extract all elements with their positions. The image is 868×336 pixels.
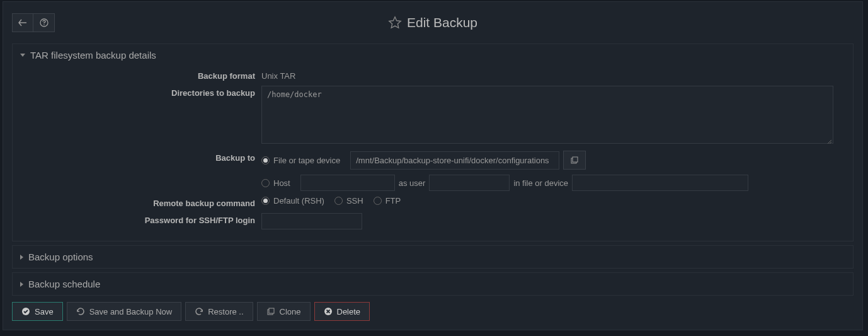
arrow-left-icon xyxy=(18,19,27,26)
file-device-input[interactable] xyxy=(350,151,559,170)
svg-point-1 xyxy=(43,25,45,26)
radio-ssh[interactable] xyxy=(334,197,343,205)
chevron-right-icon xyxy=(20,255,23,260)
restore-button[interactable]: Restore .. xyxy=(185,302,253,321)
clone-button[interactable]: Clone xyxy=(257,302,311,321)
backup-format-label: Backup format xyxy=(19,69,261,81)
radio-ftp[interactable] xyxy=(374,197,382,205)
save-button[interactable]: Save xyxy=(12,302,63,321)
save-backup-label: Save and Backup Now xyxy=(89,307,173,316)
svg-rect-6 xyxy=(269,308,274,313)
host-input[interactable] xyxy=(300,175,395,191)
panel-options-title: Backup options xyxy=(28,252,93,262)
radio-host[interactable] xyxy=(261,179,270,187)
save-backup-now-button[interactable]: Save and Backup Now xyxy=(67,302,182,321)
directories-label: Directories to backup xyxy=(19,86,261,98)
delete-button[interactable]: Delete xyxy=(314,302,370,321)
header: Edit Backup xyxy=(12,13,854,32)
svg-rect-3 xyxy=(573,157,578,162)
in-file-label: in file or device xyxy=(513,178,568,188)
restore-label: Restore .. xyxy=(208,307,243,316)
panel-schedule-title: Backup schedule xyxy=(28,279,100,289)
chevron-down-icon xyxy=(20,54,25,57)
panel-details-header[interactable]: TAR filesystem backup details xyxy=(13,44,853,66)
backup-to-label: Backup to xyxy=(19,151,261,163)
host-label: Host xyxy=(273,178,290,188)
password-input[interactable] xyxy=(261,213,362,229)
panel-schedule: Backup schedule xyxy=(12,272,854,296)
clone-icon xyxy=(266,307,275,316)
directories-input[interactable] xyxy=(261,86,833,144)
remote-file-input[interactable] xyxy=(572,175,748,191)
password-label: Password for SSH/FTP login xyxy=(19,213,261,225)
radio-file-device[interactable] xyxy=(261,156,270,165)
save-label: Save xyxy=(35,307,54,316)
ssh-label: SSH xyxy=(346,196,363,206)
action-bar: Save Save and Backup Now Restore .. Clon… xyxy=(12,302,854,321)
resize-handle-icon[interactable] xyxy=(826,138,832,144)
restore-icon xyxy=(195,307,203,316)
panel-options-header[interactable]: Backup options xyxy=(13,246,853,268)
ftp-label: FTP xyxy=(385,196,401,206)
chevron-right-icon xyxy=(20,282,23,287)
browse-button[interactable] xyxy=(563,151,586,170)
clone-label: Clone xyxy=(280,307,301,316)
panel-options: Backup options xyxy=(12,245,854,269)
main-panel: Edit Backup TAR filesystem backup detail… xyxy=(3,1,863,330)
default-rsh-label: Default (RSH) xyxy=(273,196,324,206)
panel-details-title: TAR filesystem backup details xyxy=(30,50,156,61)
refresh-icon xyxy=(76,307,85,316)
help-icon xyxy=(40,18,49,27)
favorite-star-icon[interactable] xyxy=(388,16,402,30)
user-input[interactable] xyxy=(429,175,510,191)
x-circle-icon xyxy=(324,307,333,316)
check-circle-icon xyxy=(21,307,30,316)
as-user-label: as user xyxy=(399,178,426,188)
file-device-label: File or tape device xyxy=(273,156,340,165)
help-button[interactable] xyxy=(33,13,55,32)
radio-default-rsh[interactable] xyxy=(261,197,270,205)
delete-label: Delete xyxy=(337,307,361,316)
panel-details: TAR filesystem backup details Backup for… xyxy=(12,43,854,241)
backup-format-value: Unix TAR xyxy=(261,69,295,81)
browse-icon xyxy=(570,156,579,165)
back-button[interactable] xyxy=(12,13,33,32)
remote-cmd-label: Remote backup command xyxy=(19,196,261,208)
page-title: Edit Backup xyxy=(407,15,477,30)
panel-schedule-header[interactable]: Backup schedule xyxy=(13,273,853,295)
